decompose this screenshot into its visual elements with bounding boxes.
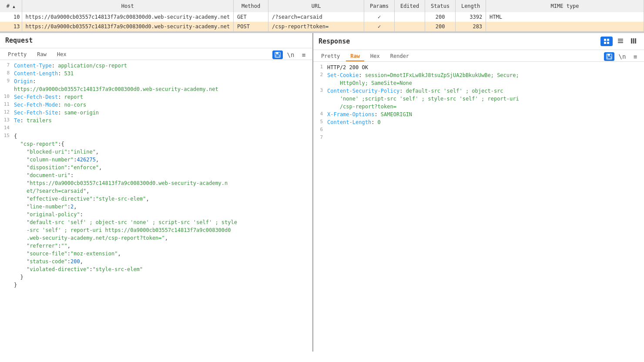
svg-rect-2: [276, 55, 279, 57]
code-line: }: [0, 273, 312, 281]
line-number: 8: [0, 70, 12, 77]
code-line: "referrer":"",: [0, 242, 312, 250]
response-panel-header: Response: [313, 33, 644, 50]
line-number: [0, 195, 12, 203]
code-line: "document-uri":: [0, 171, 312, 179]
code-line: 3Content-Security-Policy: default-src 's…: [313, 87, 644, 95]
table-row[interactable]: 13https://0a9000cb03557c14813f7a9c008300…: [0, 22, 644, 31]
code-line: 5Content-Length: 0: [313, 118, 644, 126]
code-line: et/?search=carsaid",: [0, 187, 312, 195]
line-number: [0, 148, 12, 156]
response-menu-icon[interactable]: ≡: [630, 52, 641, 61]
line-number: [0, 179, 12, 187]
tab-request-pretty[interactable]: Pretty: [3, 50, 31, 60]
line-content: /csp-report?token=: [325, 103, 644, 111]
code-line: 4X-Frame-Options: SAMEORIGIN: [313, 111, 644, 118]
code-line: "default-src 'self' ; object-src 'none' …: [0, 218, 312, 226]
col-header-mime[interactable]: MIME type: [486, 0, 644, 12]
code-line: 7: [313, 134, 644, 142]
line-content: "default-src 'self' ; object-src 'none' …: [12, 218, 312, 226]
col-header-status[interactable]: Status: [425, 0, 456, 12]
request-title: Request: [5, 37, 33, 44]
line-content: et/?search=carsaid",: [12, 187, 312, 195]
tab-request-raw[interactable]: Raw: [33, 50, 51, 60]
code-line: "original-policy":: [0, 211, 312, 218]
tab-response-hex[interactable]: Hex: [366, 52, 384, 61]
response-grid-icon[interactable]: [600, 37, 613, 46]
response-list-icon[interactable]: [615, 37, 626, 45]
svg-rect-15: [607, 57, 611, 59]
line-content: }: [12, 281, 312, 289]
response-dots-icon[interactable]: [628, 37, 639, 45]
col-header-host[interactable]: Host: [22, 0, 234, 12]
line-content: "status-code":200,: [12, 258, 312, 265]
requests-table: # ▲ Host Method URL Params Edited Status…: [0, 0, 644, 32]
request-code-area[interactable]: 7Content-Type: application/csp-report8Co…: [0, 60, 312, 352]
line-number: 13: [0, 117, 12, 124]
line-number: 14: [0, 124, 12, 132]
code-line: "status-code":200,: [0, 258, 312, 265]
line-number: 15: [0, 132, 12, 140]
code-line: "source-file":"moz-extension",: [0, 250, 312, 258]
response-tabs: Pretty Raw Hex Render \n ≡: [313, 50, 644, 62]
response-save-icon[interactable]: [604, 52, 614, 61]
request-save-icon[interactable]: [272, 50, 283, 59]
line-content: 'none' ;script-src 'self' ; style-src 's…: [325, 95, 644, 103]
line-content: "line-number":2,: [12, 203, 312, 211]
request-panel-header: Request: [0, 33, 312, 48]
line-content: Sec-Fetch-Site: same-origin: [12, 109, 312, 117]
svg-rect-6: [607, 42, 609, 44]
line-number: [0, 203, 12, 211]
tab-response-raw[interactable]: Raw: [346, 52, 364, 61]
table-row[interactable]: 10https://0a9000cb03557c14813f7a9c008300…: [0, 12, 644, 22]
col-header-edited[interactable]: Edited: [395, 0, 425, 12]
svg-rect-14: [607, 54, 610, 56]
code-line: 10Sec-Fetch-Dest: report: [0, 93, 312, 101]
line-number: [0, 211, 12, 218]
top-section: # ▲ Host Method URL Params Edited Status…: [0, 0, 644, 33]
line-number: 1: [313, 64, 325, 71]
line-number: [0, 140, 12, 148]
line-number: 2: [313, 71, 325, 79]
line-content: "effective-directive":"style-src-elem",: [12, 195, 312, 203]
tab-request-hex[interactable]: Hex: [53, 50, 71, 60]
line-number: [0, 265, 12, 273]
svg-rect-8: [618, 40, 623, 41]
code-line: 7Content-Type: application/csp-report: [0, 62, 312, 70]
code-line: "https://0a9000cb03557c14813f7a9c008300d…: [0, 179, 312, 187]
line-content: "blocked-uri":"inline",: [12, 148, 312, 156]
line-content: "document-uri":: [12, 171, 312, 179]
line-content: Sec-Fetch-Dest: report: [12, 93, 312, 101]
line-number: 5: [313, 118, 325, 126]
line-content: Content-Security-Policy: default-src 'se…: [325, 87, 644, 95]
code-line: "disposition":"enforce",: [0, 164, 312, 171]
response-code-area[interactable]: 1HTTP/2 200 OK2Set-Cookie: session=DmotI…: [313, 62, 644, 352]
line-content: }: [12, 273, 312, 281]
response-newline-icon[interactable]: \n: [617, 52, 627, 61]
request-newline-icon[interactable]: \n: [285, 50, 296, 59]
bottom-split: Request Pretty Raw Hex \n ≡ 7Content-Typ…: [0, 33, 644, 352]
line-number: [0, 187, 12, 195]
response-title: Response: [319, 37, 350, 45]
code-line: "csp-report":{: [0, 140, 312, 148]
col-header-params[interactable]: Params: [364, 0, 395, 12]
col-header-length[interactable]: Length: [456, 0, 486, 12]
line-content: -src 'self' ; report-uri https://0a9000c…: [12, 226, 312, 234]
tab-response-render[interactable]: Render: [386, 52, 413, 61]
col-header-url[interactable]: URL: [268, 0, 364, 12]
code-line: "effective-directive":"style-src-elem",: [0, 195, 312, 203]
col-header-method[interactable]: Method: [234, 0, 268, 12]
line-content: https://0a9000cb03557c14813f7a9c008300d0…: [12, 85, 312, 93]
line-number: [0, 258, 12, 265]
col-header-hash[interactable]: # ▲: [0, 0, 22, 12]
tab-response-pretty[interactable]: Pretty: [317, 52, 344, 61]
line-content: Origin:: [12, 77, 312, 85]
line-number: [0, 281, 12, 289]
line-number: [313, 95, 325, 103]
svg-rect-4: [607, 39, 609, 41]
line-number: 9: [0, 77, 12, 85]
code-line: 6: [313, 126, 644, 134]
line-number: 4: [313, 111, 325, 118]
line-number: [313, 103, 325, 111]
request-menu-icon[interactable]: ≡: [299, 50, 309, 59]
